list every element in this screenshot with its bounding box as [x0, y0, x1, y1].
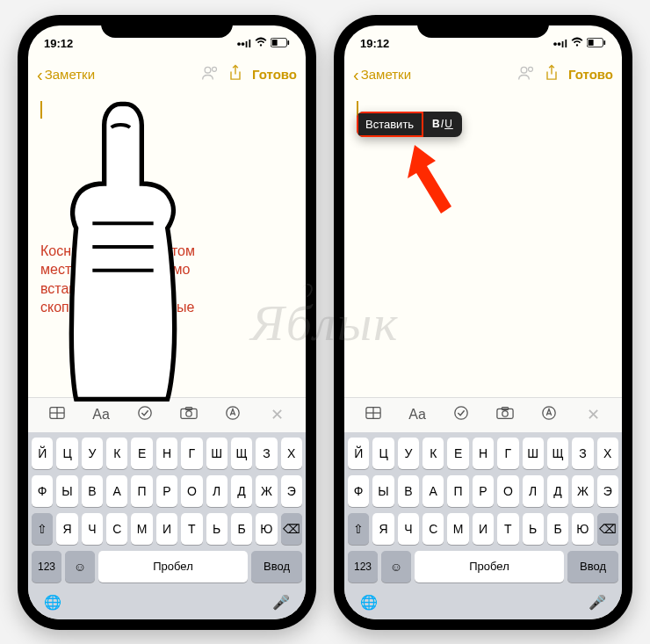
key-Ж[interactable]: Ж: [572, 475, 593, 507]
key-С[interactable]: С: [106, 513, 127, 545]
key-Ь[interactable]: Ь: [523, 513, 544, 545]
markup-icon[interactable]: [220, 405, 245, 424]
key-М[interactable]: М: [447, 513, 468, 545]
key-Й[interactable]: Й: [32, 438, 53, 469]
table-icon[interactable]: [361, 406, 386, 423]
key-Ф[interactable]: Ф: [348, 475, 369, 507]
checklist-icon[interactable]: [133, 405, 157, 424]
key-Л[interactable]: Л: [523, 475, 544, 507]
key-С[interactable]: С: [422, 513, 444, 545]
key-Д[interactable]: Д: [547, 475, 568, 507]
shift-key[interactable]: ⇧: [348, 513, 369, 545]
key-И[interactable]: И: [156, 513, 177, 545]
globe-icon[interactable]: 🌐: [360, 594, 378, 611]
key-Г[interactable]: Г: [181, 438, 202, 469]
format-icon[interactable]: Aa: [405, 407, 430, 423]
key-Н[interactable]: Н: [156, 438, 177, 469]
shift-key[interactable]: ⇧: [32, 513, 53, 545]
key-Й[interactable]: Й: [348, 438, 369, 469]
key-Н[interactable]: Н: [473, 438, 494, 469]
key-Е[interactable]: Е: [447, 438, 468, 469]
key-З[interactable]: З: [572, 438, 593, 469]
backspace-key[interactable]: ⌫: [597, 513, 618, 545]
key-В[interactable]: В: [398, 475, 419, 507]
space-key[interactable]: Пробел: [415, 551, 564, 582]
collaborate-icon[interactable]: [201, 64, 219, 85]
key-З[interactable]: З: [256, 438, 277, 469]
key-И[interactable]: И: [473, 513, 494, 545]
key-Ш[interactable]: Ш: [206, 438, 228, 469]
key-К[interactable]: К: [422, 438, 444, 469]
back-button[interactable]: ‹ Заметки: [353, 66, 411, 83]
key-Ц[interactable]: Ц: [56, 438, 77, 469]
numbers-key[interactable]: 123: [32, 551, 61, 582]
camera-icon[interactable]: [493, 406, 517, 423]
markup-icon[interactable]: [537, 405, 561, 424]
key-Р[interactable]: Р: [473, 475, 494, 507]
share-icon[interactable]: [228, 64, 243, 85]
key-В[interactable]: В: [82, 475, 103, 507]
key-О[interactable]: О: [181, 475, 202, 507]
key-Х[interactable]: Х: [597, 438, 618, 469]
key-Ж[interactable]: Ж: [256, 475, 277, 507]
key-Х[interactable]: Х: [281, 438, 302, 469]
key-Ь[interactable]: Ь: [206, 513, 228, 545]
key-Э[interactable]: Э: [597, 475, 618, 507]
numbers-key[interactable]: 123: [348, 551, 378, 582]
collaborate-icon[interactable]: [517, 64, 535, 85]
key-У[interactable]: У: [82, 438, 103, 469]
key-Ы[interactable]: Ы: [56, 475, 77, 507]
mic-icon[interactable]: 🎤: [589, 594, 606, 611]
key-Д[interactable]: Д: [231, 475, 252, 507]
key-Ы[interactable]: Ы: [372, 475, 394, 507]
key-О[interactable]: О: [497, 475, 518, 507]
done-button[interactable]: Готово: [252, 67, 297, 82]
enter-key[interactable]: Ввод: [251, 551, 302, 582]
key-Ф[interactable]: Ф: [32, 475, 53, 507]
share-icon[interactable]: [544, 64, 560, 85]
paste-menu-item[interactable]: Вставить: [357, 112, 423, 137]
checklist-icon[interactable]: [449, 405, 473, 424]
key-П[interactable]: П: [447, 475, 468, 507]
key-П[interactable]: П: [131, 475, 152, 507]
key-А[interactable]: А: [106, 475, 127, 507]
close-toolbar-icon[interactable]: ✕: [264, 405, 289, 424]
key-Е[interactable]: Е: [131, 438, 152, 469]
key-У[interactable]: У: [398, 438, 419, 469]
back-button[interactable]: ‹ Заметки: [37, 66, 95, 83]
note-body[interactable]: Вставить BIU: [344, 92, 622, 397]
emoji-key[interactable]: ☺: [65, 551, 95, 582]
key-Я[interactable]: Я: [56, 513, 77, 545]
camera-icon[interactable]: [177, 406, 201, 423]
key-Ю[interactable]: Ю: [572, 513, 593, 545]
key-Я[interactable]: Я: [372, 513, 394, 545]
done-button[interactable]: Готово: [568, 67, 613, 82]
key-Б[interactable]: Б: [231, 513, 252, 545]
key-Щ[interactable]: Щ: [231, 438, 252, 469]
backspace-key[interactable]: ⌫: [281, 513, 302, 545]
key-Ю[interactable]: Ю: [256, 513, 277, 545]
key-Т[interactable]: Т: [181, 513, 202, 545]
key-Ч[interactable]: Ч: [82, 513, 103, 545]
key-Г[interactable]: Г: [497, 438, 518, 469]
key-К[interactable]: К: [106, 438, 127, 469]
key-Щ[interactable]: Щ: [547, 438, 568, 469]
key-Л[interactable]: Л: [206, 475, 228, 507]
enter-key[interactable]: Ввод: [567, 551, 618, 582]
emoji-key[interactable]: ☺: [381, 551, 411, 582]
globe-icon[interactable]: 🌐: [44, 594, 61, 611]
key-Ч[interactable]: Ч: [398, 513, 419, 545]
close-toolbar-icon[interactable]: ✕: [581, 405, 605, 424]
space-key[interactable]: Пробел: [98, 551, 248, 582]
key-Т[interactable]: Т: [497, 513, 518, 545]
key-Б[interactable]: Б: [547, 513, 568, 545]
mic-icon[interactable]: 🎤: [272, 594, 290, 611]
note-body[interactable]: Коснитесь экрана в том месте, где необхо…: [28, 92, 306, 397]
key-Р[interactable]: Р: [156, 475, 177, 507]
table-icon[interactable]: [45, 406, 69, 423]
format-icon[interactable]: Aa: [89, 407, 113, 423]
key-Ц[interactable]: Ц: [372, 438, 394, 469]
format-menu-item[interactable]: BIU: [423, 112, 462, 137]
key-А[interactable]: А: [422, 475, 444, 507]
key-Э[interactable]: Э: [281, 475, 302, 507]
